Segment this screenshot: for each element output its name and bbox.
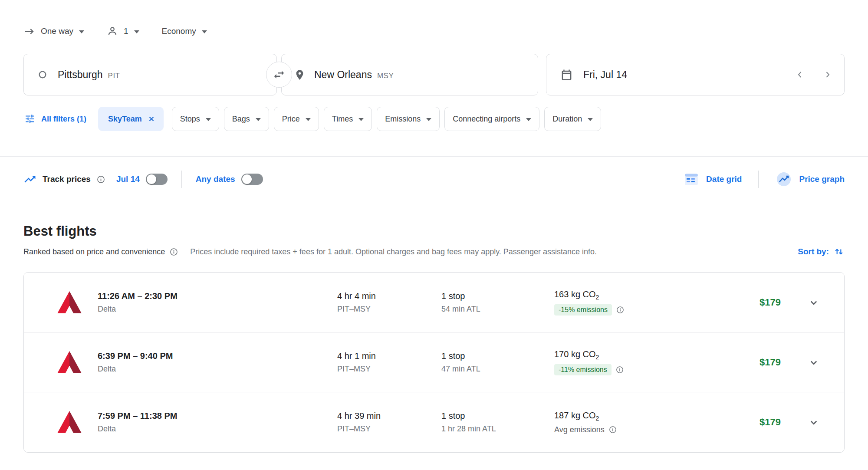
track-date-label[interactable]: Jul 14 [116, 174, 140, 184]
delta-logo-icon [57, 411, 82, 434]
flight-times-cell: 11:26 AM – 2:30 PM Delta [98, 291, 337, 314]
airline-name: Delta [98, 365, 337, 374]
all-filters-label: All filters (1) [41, 115, 86, 124]
chevron-down-icon [306, 118, 311, 121]
airline-logo-cell [24, 351, 98, 374]
chip-label: Duration [552, 115, 582, 124]
stops-cell: 1 stop 54 min ATL [441, 291, 554, 314]
flight-row[interactable]: 7:59 PM – 11:38 PM Delta 4 hr 39 min PIT… [24, 392, 844, 452]
delta-logo-icon [57, 291, 82, 314]
date-grid-button[interactable]: Date grid [683, 171, 742, 187]
results-section: Track prices Jul 14 Any dates Date grid … [0, 165, 868, 453]
expand-flight-button[interactable] [783, 296, 844, 309]
filters-row: All filters (1) SkyTeam Stops Bags Price… [23, 107, 845, 131]
chevron-down-icon [256, 118, 261, 121]
divider [0, 156, 868, 157]
track-date-toggle[interactable] [146, 174, 168, 185]
filter-chip-price[interactable]: Price [274, 107, 319, 131]
info-icon[interactable] [170, 248, 178, 256]
vertical-divider [758, 171, 759, 188]
close-icon[interactable] [148, 115, 155, 123]
cabin-class-selector[interactable]: Economy [162, 26, 207, 36]
price-graph-icon [775, 171, 792, 188]
destination-field[interactable]: New OrleansMSY [281, 54, 538, 95]
filter-chip-emissions[interactable]: Emissions [377, 107, 440, 131]
sort-by-button[interactable]: Sort by: [798, 246, 845, 257]
filter-chip-stops[interactable]: Stops [172, 107, 219, 131]
layover-info: 1 hr 28 min ATL [441, 424, 554, 434]
all-filters-button[interactable]: All filters (1) [23, 113, 93, 125]
price-graph-button[interactable]: Price graph [775, 171, 845, 188]
co2-subscript: 2 [596, 294, 599, 301]
origin-circle-icon [38, 70, 47, 79]
stops-count: 1 stop [441, 351, 554, 361]
sort-arrows-icon [833, 246, 845, 257]
any-dates-label[interactable]: Any dates [196, 174, 235, 184]
chevron-down-icon [526, 118, 531, 121]
origin-code: PIT [108, 72, 120, 80]
fees-note-text: Prices include required taxes + fees for… [190, 247, 432, 256]
filter-chip-connecting-airports[interactable]: Connecting airports [444, 107, 539, 131]
swap-origin-destination-button[interactable] [266, 62, 292, 88]
info-icon[interactable] [97, 175, 105, 184]
flight-route: PIT–MSY [337, 365, 441, 374]
info-icon[interactable] [616, 306, 624, 314]
flight-route: PIT–MSY [337, 305, 441, 314]
passenger-count: 1 [124, 26, 128, 36]
date-grid-label: Date grid [706, 174, 742, 184]
co2-amount: 163 kg CO2 [554, 289, 736, 301]
airline-logo-cell [24, 291, 98, 314]
next-date-button[interactable] [822, 69, 833, 80]
results-note-row: Ranked based on price and convenience Pr… [23, 246, 845, 257]
co2-amount: 170 kg CO2 [554, 349, 736, 361]
vertical-divider [181, 171, 182, 188]
search-row: PittsburghPIT New OrleansMSY Fri, Jul 14 [23, 54, 845, 95]
expand-flight-button[interactable] [783, 356, 844, 369]
filter-chip-skyteam[interactable]: SkyTeam [98, 107, 164, 131]
previous-date-button[interactable] [795, 69, 805, 80]
co2-text: 170 kg CO [554, 349, 596, 359]
fees-note-text: info. [580, 247, 597, 256]
layover-info: 47 min ATL [441, 365, 554, 374]
filter-chip-times[interactable]: Times [324, 107, 372, 131]
flight-row[interactable]: 11:26 AM – 2:30 PM Delta 4 hr 4 min PIT–… [24, 273, 844, 332]
bag-fees-link[interactable]: bag fees [432, 247, 462, 256]
page-title: Best flights [23, 223, 845, 239]
location-pin-icon [294, 69, 306, 81]
price-graph-label: Price graph [799, 174, 845, 184]
flight-duration: 4 hr 4 min [337, 291, 441, 301]
flight-price: $179 [736, 417, 783, 428]
flight-row[interactable]: 6:39 PM – 9:40 PM Delta 4 hr 1 min PIT–M… [24, 332, 844, 392]
emissions-average-label: Avg emissions [554, 425, 605, 434]
chevron-down-icon [134, 30, 139, 33]
co2-amount: 187 kg CO2 [554, 411, 736, 422]
co2-text: 163 kg CO [554, 289, 596, 299]
filter-chip-bags[interactable]: Bags [224, 107, 269, 131]
chip-label: Connecting airports [453, 115, 520, 124]
view-options: Date grid Price graph [683, 171, 845, 188]
track-prices-label: Track prices [43, 174, 91, 184]
emissions-badge: -15% emissions [554, 304, 612, 316]
fees-note: Prices include required taxes + fees for… [190, 247, 597, 256]
duration-cell: 4 hr 39 min PIT–MSY [337, 411, 441, 434]
expand-flight-button[interactable] [783, 416, 844, 429]
passenger-assistance-link[interactable]: Passenger assistance [503, 247, 580, 256]
emissions-cell: 170 kg CO2 -11% emissions [554, 349, 736, 375]
flight-results-list: 11:26 AM – 2:30 PM Delta 4 hr 4 min PIT–… [23, 272, 845, 453]
fees-note-text: may apply. [462, 247, 503, 256]
passenger-selector[interactable]: 1 [107, 26, 139, 37]
any-dates-toggle[interactable] [241, 174, 263, 185]
flight-times: 7:59 PM – 11:38 PM [98, 411, 337, 421]
chip-label: Bags [232, 115, 250, 124]
flight-times: 11:26 AM – 2:30 PM [98, 291, 337, 301]
info-icon[interactable] [616, 366, 624, 374]
info-icon[interactable] [609, 426, 617, 434]
chip-label: SkyTeam [108, 115, 142, 124]
filter-chip-duration[interactable]: Duration [544, 107, 601, 131]
duration-cell: 4 hr 4 min PIT–MSY [337, 291, 441, 314]
date-field[interactable]: Fri, Jul 14 [546, 54, 845, 95]
chevron-down-icon [426, 118, 431, 121]
origin-field[interactable]: PittsburghPIT [23, 54, 277, 95]
chip-label: Stops [180, 115, 200, 124]
trip-type-selector[interactable]: One way [23, 26, 84, 37]
